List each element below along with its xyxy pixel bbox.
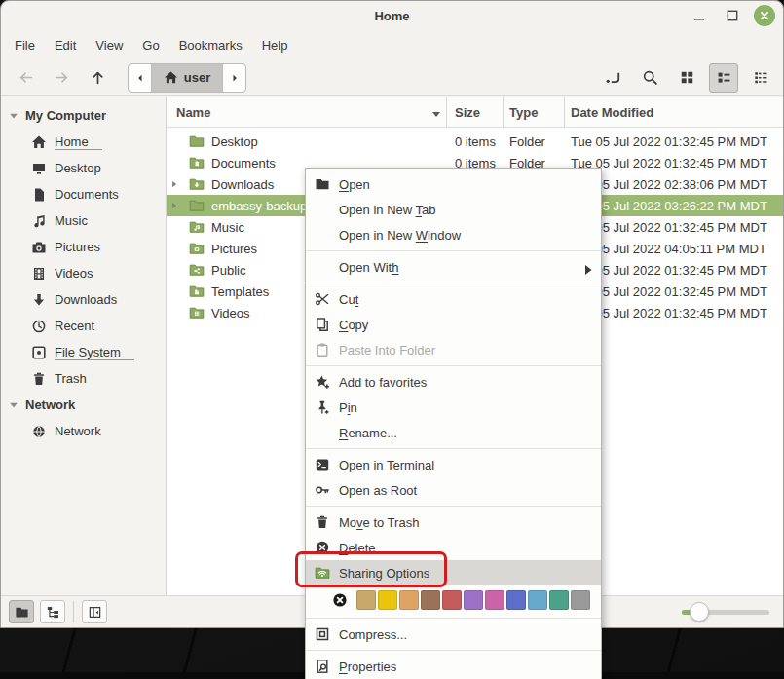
sidebar-item-music[interactable]: Music: [1, 207, 166, 234]
menubar-item-help[interactable]: Help: [252, 33, 298, 57]
file-name-label: Videos: [211, 306, 250, 321]
color-swatch-3[interactable]: [399, 590, 419, 610]
key-icon: [315, 482, 330, 498]
context-menu-item-compress[interactable]: Compress...: [306, 622, 601, 647]
context-menu-item-open-with[interactable]: Open With: [306, 254, 601, 280]
expander-spacer: [169, 243, 183, 254]
up-button[interactable]: [83, 63, 112, 93]
icon-view-button[interactable]: [672, 63, 701, 93]
color-swatch-11[interactable]: [571, 590, 590, 610]
forward-button[interactable]: [47, 63, 76, 93]
context-menu-item-copy[interactable]: Copy: [306, 312, 601, 337]
sidebar-item-downloads[interactable]: Downloads: [1, 286, 166, 313]
file-size-cell: 0 items: [447, 134, 504, 149]
sidebar-item-home[interactable]: Home: [1, 129, 166, 155]
menubar-item-view[interactable]: View: [86, 33, 132, 57]
camera-icon: [31, 240, 47, 255]
color-swatch-4[interactable]: [421, 590, 440, 610]
context-menu-item-open-in-new-window[interactable]: Open in New Window: [306, 222, 601, 247]
show-treeview-button[interactable]: [40, 600, 65, 623]
context-menu-item-open-in-terminal[interactable]: Open in Terminal: [306, 452, 601, 477]
menubar-item-go[interactable]: Go: [132, 33, 168, 57]
breadcrumb-current-button[interactable]: user: [151, 64, 223, 92]
zoom-slider-thumb[interactable]: [690, 602, 709, 622]
folder-icon: [189, 305, 205, 321]
context-menu-item-properties[interactable]: Properties: [306, 654, 601, 679]
annotation-red-box: [295, 551, 447, 587]
sidebar-item-desktop[interactable]: Desktop: [1, 155, 166, 181]
column-header-label: Size: [455, 105, 480, 120]
folder-icon: [189, 241, 205, 256]
sidebar-item-trash[interactable]: Trash: [1, 365, 166, 392]
zoom-slider[interactable]: [682, 602, 769, 622]
column-header-name[interactable]: Name: [167, 97, 447, 127]
maximize-button[interactable]: [721, 4, 744, 27]
chevron-left-icon: [134, 72, 146, 84]
compact-view-button[interactable]: [746, 63, 775, 93]
color-swatch-5[interactable]: [442, 590, 462, 610]
column-header-size[interactable]: Size: [447, 97, 504, 127]
folder-dark-icon: [15, 605, 29, 620]
toggle-location-entry-button[interactable]: [598, 63, 627, 93]
menu-separator: [306, 283, 601, 283]
menu-separator: [306, 250, 601, 251]
context-menu-item-cut[interactable]: Cut: [306, 286, 601, 312]
color-swatch-8[interactable]: [506, 590, 526, 610]
arrow-left-icon: [18, 69, 34, 86]
expander-icon[interactable]: [169, 200, 183, 211]
window-controls: [688, 1, 775, 30]
menu-item-label: Open With: [339, 260, 580, 275]
sidebar-section-my-computer[interactable]: My Computer: [1, 102, 166, 129]
sidebar-item-network[interactable]: Network: [1, 418, 166, 444]
menubar-item-edit[interactable]: Edit: [45, 33, 86, 57]
column-header-type[interactable]: Type: [504, 97, 565, 127]
hide-sidebar-button[interactable]: [82, 600, 107, 623]
file-row-desktop[interactable]: Desktop0 itemsFolderTue 05 Jul 2022 01:3…: [167, 131, 783, 152]
sidebar-item-file-system[interactable]: File System: [1, 339, 166, 365]
menu-separator: [306, 650, 601, 651]
color-swatch-6[interactable]: [464, 590, 483, 610]
column-header-date-modified[interactable]: Date Modified: [565, 97, 783, 127]
expander-icon[interactable]: [169, 178, 183, 190]
context-menu-item-add-to-favorites[interactable]: Add to favorites: [306, 369, 601, 395]
sidebar-item-recent[interactable]: Recent: [1, 313, 166, 339]
expander-spacer: [169, 307, 183, 319]
expander-spacer: [169, 221, 183, 233]
color-swatch-1[interactable]: [356, 590, 376, 610]
sidebar-item-videos[interactable]: Videos: [1, 260, 166, 286]
close-button[interactable]: [754, 5, 775, 26]
back-button[interactable]: [11, 63, 40, 93]
context-menu-item-open-in-new-tab[interactable]: Open in New Tab: [306, 197, 601, 222]
color-swatch-7[interactable]: [485, 590, 504, 610]
breadcrumb-prev-button[interactable]: [129, 64, 151, 92]
titlebar[interactable]: Home: [1, 1, 783, 30]
context-menu-item-move-to-trash[interactable]: Move to Trash: [306, 509, 601, 535]
search-button[interactable]: [635, 63, 664, 93]
remove-color-button[interactable]: [332, 592, 348, 608]
view-grid-icon: [679, 69, 695, 86]
file-name-label: Documents: [211, 156, 276, 170]
color-swatch-10[interactable]: [549, 590, 569, 610]
triangle-down-icon: [9, 111, 19, 121]
expander-spacer: [169, 285, 183, 297]
menubar-item-file[interactable]: File: [5, 33, 45, 57]
minimize-button[interactable]: [688, 4, 711, 27]
color-swatch-9[interactable]: [528, 590, 547, 610]
sidebar-item-label: Home: [55, 134, 102, 150]
menubar-item-bookmarks[interactable]: Bookmarks: [169, 33, 252, 57]
sidebar-item-label: Pictures: [55, 240, 100, 254]
context-menu-item-open-as-root[interactable]: Open as Root: [306, 477, 601, 503]
list-view-button[interactable]: [709, 63, 738, 93]
show-places-button[interactable]: [9, 600, 34, 623]
context-menu-item-rename[interactable]: Rename...: [306, 420, 601, 445]
edit-location-icon: [605, 69, 621, 86]
view-list-icon: [716, 69, 732, 86]
sidebar-section-network[interactable]: Network: [1, 392, 166, 418]
breadcrumb-next-button[interactable]: [223, 64, 245, 92]
file-name-label: Desktop: [211, 134, 258, 149]
sidebar-item-pictures[interactable]: Pictures: [1, 234, 166, 260]
context-menu-item-pin[interactable]: Pin: [306, 395, 601, 420]
sidebar-item-documents[interactable]: Documents: [1, 181, 166, 207]
context-menu-item-open[interactable]: Open: [306, 171, 601, 197]
color-swatch-2[interactable]: [378, 590, 397, 610]
